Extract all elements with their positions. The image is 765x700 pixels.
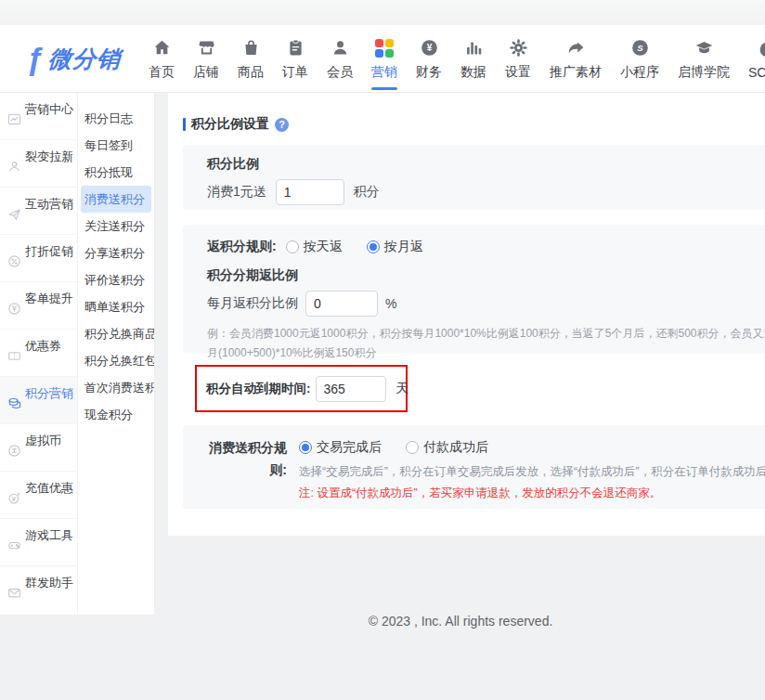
svg-text:S: S bbox=[637, 43, 643, 53]
gear-icon bbox=[509, 37, 528, 59]
grant-rule-description: 选择“交易完成后”，积分在订单交易完成后发放，选择“付款成功后”，积分在订单付款… bbox=[299, 464, 765, 480]
nav-item-promo-materials[interactable]: 推广素材 bbox=[540, 25, 611, 92]
main-content-area: 积分比例设置 ? 积分比例 消费1元送 积分 返积分规则: 按天返 按月返 积分… bbox=[156, 93, 765, 700]
secondary-sidebar: 积分日志 每日签到 积分抵现 消费送积分 关注送积分 分享送积分 评价送积分 晒… bbox=[77, 93, 155, 615]
monthly-rebate-input[interactable] bbox=[305, 291, 378, 317]
submenu-item-follow-points[interactable]: 关注送积分 bbox=[78, 213, 154, 240]
graduation-cap-icon bbox=[694, 37, 714, 59]
sidebar-item-points-marketing[interactable]: 积分营销 bbox=[0, 377, 77, 424]
sidebar-item-recharge-deals[interactable]: 充值优惠 bbox=[0, 472, 77, 519]
nav-item-orders[interactable]: 订单 bbox=[273, 25, 318, 92]
rebate-example-text: 例：会员消费1000元返1000积分，积分按每月1000*10%比例返100积分… bbox=[207, 324, 765, 363]
nav-item-marketing[interactable]: 营销 bbox=[362, 25, 407, 92]
points-expiry-label: 积分自动到期时间: bbox=[206, 381, 311, 397]
sidebar-item-game-tools[interactable]: 游戏工具 bbox=[0, 519, 77, 566]
nav-item-settings[interactable]: 设置 bbox=[496, 25, 540, 92]
envelope-icon bbox=[7, 586, 21, 600]
share-arrow-icon bbox=[566, 37, 586, 59]
coin-icon bbox=[7, 444, 21, 458]
rebate-by-day-radio[interactable] bbox=[286, 240, 299, 253]
person-plus-icon bbox=[7, 160, 21, 174]
brand-name: 微分销 bbox=[47, 44, 122, 74]
ratio-suffix-label: 积分 bbox=[354, 184, 380, 201]
settings-panel: 积分比例设置 ? 积分比例 消费1元送 积分 返积分规则: 按天返 按月返 积分… bbox=[168, 93, 765, 536]
after-payment-label[interactable]: 付款成功后 bbox=[423, 439, 488, 456]
submenu-item-points-exchange-redpacket[interactable]: 积分兑换红包 bbox=[78, 347, 154, 374]
svg-text:¥: ¥ bbox=[426, 43, 432, 53]
nav-item-academy[interactable]: 启博学院 bbox=[668, 25, 739, 92]
nav-item-home[interactable]: 首页 bbox=[139, 25, 184, 92]
clipboard-icon bbox=[286, 37, 305, 59]
sidebar-item-fission-acquisition[interactable]: 裂变拉新 bbox=[0, 140, 77, 188]
after-payment-radio[interactable] bbox=[406, 441, 419, 454]
rebate-rule-section: 返积分规则: 按天返 按月返 积分分期返比例 每月返积分比例 % 例：会员消费1… bbox=[183, 225, 765, 354]
marketing-grid-icon bbox=[375, 37, 394, 59]
copyright-footer: © 2023 , Inc. All rights reserved. bbox=[156, 614, 765, 629]
storefront-icon bbox=[197, 37, 216, 59]
nav-item-miniprogram[interactable]: S 小程序 bbox=[611, 25, 668, 92]
page-title-row: 积分比例设置 ? bbox=[168, 93, 765, 133]
submenu-item-consume-points[interactable]: 消费送积分 bbox=[81, 186, 151, 213]
nav-item-members[interactable]: 会员 bbox=[318, 25, 362, 92]
yuan-coin-icon: ¥ bbox=[420, 37, 439, 59]
rebate-rule-label: 返积分规则: bbox=[207, 239, 277, 255]
submenu-item-daily-checkin[interactable]: 每日签到 bbox=[78, 132, 154, 159]
nav-item-data[interactable]: 数据 bbox=[451, 25, 496, 92]
points-expiry-input[interactable] bbox=[316, 376, 386, 402]
submenu-item-points-exchange-goods[interactable]: 积分兑换商品 bbox=[78, 320, 154, 347]
nav-menu: 首页 店铺 商品 订单 会员 营销 ¥ 财务 数 bbox=[139, 25, 765, 92]
sidebar-item-virtual-coin[interactable]: 虚拟币 bbox=[0, 424, 77, 472]
grant-rule-section: 消费送积分规则: 交易完成后 付款成功后 选择“交易完成后”，积分在订单交易完成… bbox=[183, 425, 765, 509]
submenu-item-share-points[interactable]: 分享送积分 bbox=[78, 240, 154, 266]
rebate-by-month-label[interactable]: 按月返 bbox=[384, 239, 423, 255]
sidebar-item-marketing-center[interactable]: 营销中心 bbox=[0, 93, 77, 140]
sidebar-item-mass-sender[interactable]: 群发助手 bbox=[0, 566, 77, 613]
submenu-item-cash-points[interactable]: 现金积分 bbox=[78, 401, 154, 428]
window-top-strip bbox=[0, 0, 765, 25]
trend-chart-icon bbox=[7, 112, 21, 126]
rebate-by-day-label[interactable]: 按天返 bbox=[304, 239, 343, 255]
sidebar-item-coupons[interactable]: 优惠券 bbox=[0, 330, 77, 377]
member-icon bbox=[331, 37, 350, 59]
recharge-icon bbox=[7, 491, 21, 505]
help-icon[interactable]: ? bbox=[275, 118, 289, 132]
percent-badge-icon bbox=[7, 254, 21, 268]
submenu-item-first-consume-points[interactable]: 首次消费送积分 bbox=[78, 374, 154, 401]
rebate-by-month-radio[interactable] bbox=[367, 240, 380, 253]
grant-rule-warning: 注: 设置成“付款成功后”，若买家申请退款，发放的积分不会退还商家。 bbox=[299, 486, 765, 501]
submenu-item-points-log[interactable]: 积分日志 bbox=[78, 105, 154, 132]
sidebar-item-order-value-boost[interactable]: 客单提升 bbox=[0, 282, 77, 330]
points-expiry-annotation-box: 积分自动到期时间: 天 bbox=[195, 365, 408, 412]
brand-logo-icon: ƒ bbox=[26, 43, 44, 74]
title-accent-bar bbox=[183, 118, 186, 131]
coins-icon bbox=[7, 396, 21, 410]
grant-rule-label: 消费送积分规则: bbox=[207, 436, 287, 509]
nav-item-goods[interactable]: 商品 bbox=[228, 25, 273, 92]
page-title: 积分比例设置 bbox=[191, 116, 269, 133]
submenu-item-points-deduction[interactable]: 积分抵现 bbox=[78, 159, 154, 186]
sidebar-item-interactive-marketing[interactable]: 互动营销 bbox=[0, 188, 77, 235]
gamepad-icon bbox=[7, 538, 21, 552]
bar-chart-icon bbox=[464, 37, 484, 59]
ratio-prefix-label: 消费1元送 bbox=[207, 184, 266, 201]
paper-plane-icon bbox=[7, 207, 21, 221]
after-trade-complete-label[interactable]: 交易完成后 bbox=[317, 439, 382, 456]
ratio-points-input[interactable] bbox=[276, 179, 344, 205]
nav-item-scrm[interactable]: SCRM bbox=[739, 25, 765, 92]
installment-rebate-title: 积分分期返比例 bbox=[207, 267, 765, 284]
home-icon bbox=[152, 37, 172, 59]
shopping-bag-icon bbox=[241, 37, 261, 59]
sidebar-item-discount-promo[interactable]: 打折促销 bbox=[0, 235, 77, 282]
submenu-item-photo-review-points[interactable]: 晒单送积分 bbox=[78, 293, 154, 320]
after-trade-complete-radio[interactable] bbox=[299, 441, 312, 454]
monthly-rebate-label: 每月返积分比例 bbox=[207, 295, 298, 312]
coupon-icon bbox=[7, 349, 21, 363]
percent-unit-label: % bbox=[385, 296, 396, 311]
nav-item-finance[interactable]: ¥ 财务 bbox=[407, 25, 451, 92]
submenu-item-review-points[interactable]: 评价送积分 bbox=[78, 266, 154, 293]
primary-sidebar: 营销中心 裂变拉新 互动营销 打折促销 客单提升 优惠券 积分营销 虚拟币 充值… bbox=[0, 93, 77, 615]
nav-item-shop[interactable]: 店铺 bbox=[184, 25, 228, 92]
points-ratio-title: 积分比例 bbox=[207, 156, 765, 173]
brand-logo[interactable]: ƒ 微分销 bbox=[26, 43, 139, 74]
points-ratio-section: 积分比例 消费1元送 积分 bbox=[183, 145, 765, 210]
